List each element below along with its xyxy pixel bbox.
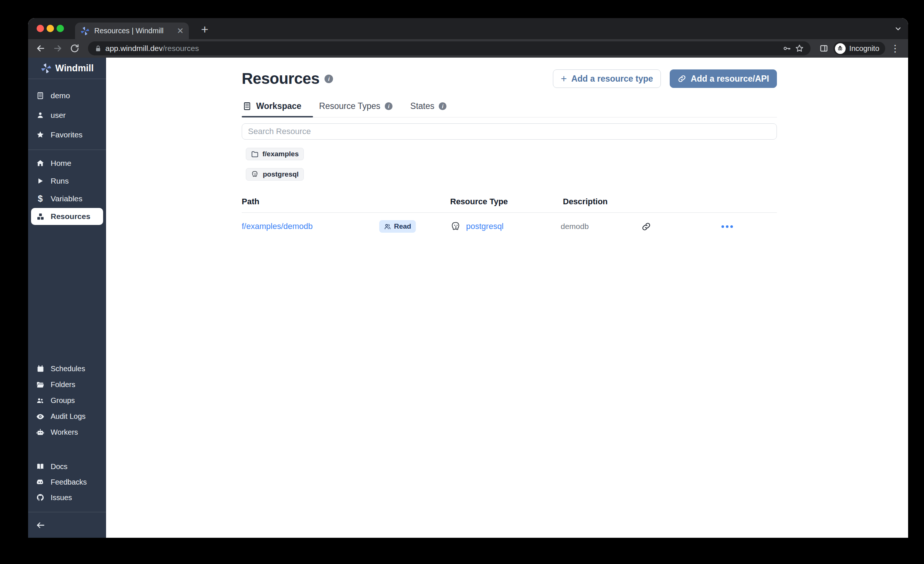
play-icon <box>36 177 45 185</box>
users-icon <box>384 223 391 230</box>
tab-search-chevron-icon[interactable] <box>894 25 902 33</box>
password-key-icon[interactable] <box>783 44 791 53</box>
lock-icon <box>94 45 102 52</box>
sidebar-item-folders[interactable]: Folders <box>28 377 106 393</box>
minimize-window-button[interactable] <box>46 25 54 32</box>
sidebar-item-user[interactable]: user <box>28 105 106 125</box>
incognito-icon <box>835 43 846 54</box>
sidebar-item-favorites[interactable]: Favorites <box>28 125 106 144</box>
filter-chip-folder[interactable]: f/examples <box>246 148 304 160</box>
main-content: Resources i + Add a resource type Add <box>106 58 908 538</box>
brand-name: Windmill <box>56 63 94 73</box>
back-button[interactable] <box>33 41 48 56</box>
sidebar-item-runs[interactable]: Runs <box>28 172 106 190</box>
sidebar-item-label: Runs <box>51 177 69 186</box>
postgresql-icon <box>450 221 462 232</box>
forward-button[interactable] <box>50 41 65 56</box>
sidebar-item-label: Issues <box>51 494 72 502</box>
page-title: Resources <box>242 70 320 88</box>
sidebar-item-variables[interactable]: $ Variables <box>28 190 106 208</box>
address-bar[interactable]: app.windmill.dev/resources <box>88 41 810 55</box>
postgresql-icon <box>251 170 259 178</box>
sidebar-item-workspace-demo[interactable]: demo <box>28 86 106 105</box>
close-window-button[interactable] <box>37 25 44 32</box>
reload-button[interactable] <box>67 41 82 56</box>
sidebar-item-workers[interactable]: Workers <box>28 424 106 440</box>
robot-icon <box>36 428 45 437</box>
info-icon[interactable]: i <box>324 75 333 83</box>
tab-resource-types[interactable]: Resource Types i <box>318 100 393 117</box>
add-resource-api-button[interactable]: Add a resource/API <box>670 69 777 88</box>
share-link-icon[interactable] <box>641 221 722 232</box>
tab-title: Resources | Windmill <box>94 27 172 35</box>
new-tab-button[interactable]: + <box>197 22 212 37</box>
url-host: app.windmill.dev <box>105 44 163 52</box>
user-icon <box>36 111 45 119</box>
home-icon <box>36 159 45 167</box>
resources-table: Path Resource Type Description f/example… <box>242 197 777 240</box>
bookmark-star-icon[interactable] <box>795 44 804 53</box>
sidebar-item-docs[interactable]: Docs <box>28 459 106 474</box>
sidebar-item-issues[interactable]: Issues <box>28 490 106 505</box>
resource-path-link[interactable]: f/examples/demodb <box>242 221 313 231</box>
browser-menu-icon[interactable]: ⋮ <box>887 43 903 54</box>
browser-window: Resources | Windmill ✕ + app.windmill.de… <box>28 18 908 538</box>
search-resource-input[interactable] <box>242 123 777 140</box>
sidebar-divider <box>28 150 106 150</box>
side-panel-icon[interactable] <box>816 41 831 56</box>
tab-strip: Resources | Windmill ✕ + <box>28 18 908 39</box>
table-header: Path Resource Type Description <box>242 197 777 213</box>
book-icon <box>36 462 45 471</box>
folder-icon <box>251 150 259 158</box>
sidebar-item-groups[interactable]: Groups <box>28 393 106 408</box>
sidebar-item-label: Docs <box>51 462 68 471</box>
sidebar-item-label: demo <box>51 91 70 100</box>
github-icon <box>36 494 45 501</box>
sidebar-item-home[interactable]: Home <box>28 154 106 172</box>
filter-chip-postgresql[interactable]: postgresql <box>246 168 304 181</box>
sidebar-item-schedules[interactable]: Schedules <box>28 361 106 377</box>
windmill-logo-icon <box>40 63 52 74</box>
sidebar-item-label: Favorites <box>51 130 82 139</box>
resource-type-link[interactable]: postgresql <box>466 221 504 231</box>
sidebar-item-label: Groups <box>51 396 75 405</box>
sidebar-item-label: Resources <box>51 212 90 221</box>
maximize-window-button[interactable] <box>57 25 64 32</box>
incognito-badge: Incognito <box>834 42 885 55</box>
folder-open-icon <box>36 381 45 389</box>
url-path: /resources <box>163 44 199 52</box>
column-header-description: Description <box>563 197 777 206</box>
sidebar: Windmill demo user <box>28 58 106 538</box>
sidebar-item-label: Workers <box>51 428 78 437</box>
sidebar-item-label: Variables <box>51 194 82 203</box>
building-icon <box>36 91 45 100</box>
sidebar-item-label: Home <box>51 159 71 168</box>
permission-badge: Read <box>379 220 416 233</box>
incognito-label: Incognito <box>849 44 879 53</box>
add-resource-type-button[interactable]: + Add a resource type <box>553 69 661 88</box>
tab-workspace[interactable]: Workspace <box>242 100 302 117</box>
tab-states[interactable]: States i <box>410 100 447 117</box>
windmill-brand[interactable]: Windmill <box>28 58 106 79</box>
collapse-sidebar-arrow-icon[interactable] <box>36 521 45 530</box>
resource-description: demodb <box>561 222 641 231</box>
browser-toolbar: app.windmill.dev/resources Incognito ⋮ <box>28 39 908 58</box>
tab-close-icon[interactable]: ✕ <box>177 27 184 35</box>
tab-bar: Workspace Resource Types i States i <box>242 100 777 117</box>
info-icon[interactable]: i <box>439 102 447 110</box>
table-row: f/examples/demodb Read <box>242 213 777 240</box>
column-header-path: Path <box>242 197 450 206</box>
info-icon[interactable]: i <box>385 102 393 110</box>
sidebar-item-label: Schedules <box>51 365 85 373</box>
sidebar-item-resources[interactable]: Resources <box>31 208 103 225</box>
link-icon <box>678 74 686 83</box>
sidebar-item-feedbacks[interactable]: Feedbacks <box>28 474 106 490</box>
sidebar-item-audit-logs[interactable]: Audit Logs <box>28 408 106 424</box>
dollar-icon: $ <box>36 193 45 204</box>
windmill-favicon-icon <box>80 26 90 36</box>
row-menu-button[interactable] <box>722 225 777 228</box>
plus-icon: + <box>561 73 567 84</box>
sidebar-item-label: Audit Logs <box>51 412 86 421</box>
browser-tab[interactable]: Resources | Windmill ✕ <box>75 22 189 39</box>
sidebar-item-label: Folders <box>51 380 75 389</box>
